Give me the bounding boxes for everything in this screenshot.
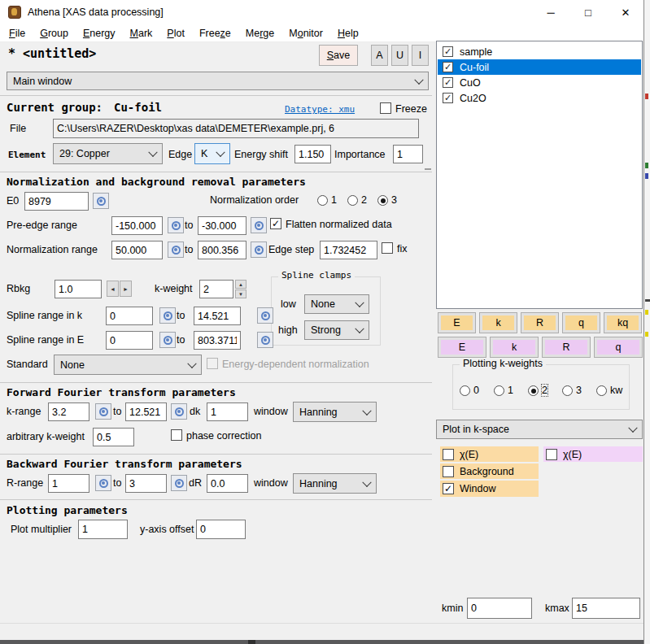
plot-marked-k-button[interactable]: k (490, 337, 539, 358)
plot-option-window[interactable]: Window (440, 481, 539, 497)
edge-step-field[interactable] (320, 241, 377, 259)
main-window-select[interactable]: Main window (7, 72, 429, 90)
preedge-from-field[interactable] (111, 216, 163, 235)
flatten-checkbox[interactable] (270, 218, 281, 229)
kmax-field[interactable] (572, 598, 640, 619)
dk-field[interactable] (207, 402, 248, 421)
kweight-spinner[interactable]: ▲ ▼ (235, 280, 246, 298)
plot-marked-r-button[interactable]: R (542, 337, 591, 358)
norm-order-radio-2[interactable] (347, 195, 358, 206)
norm-order-radio-3[interactable] (377, 195, 388, 206)
spin-left-icon[interactable]: ◄ (107, 281, 119, 297)
rrange-from-pluck-button[interactable] (95, 475, 111, 491)
menu-monitor[interactable]: Monitor (281, 24, 330, 42)
invert-marks-button[interactable]: I (412, 45, 429, 66)
rbkg-field[interactable] (55, 280, 102, 298)
close-button[interactable]: ✕ (607, 0, 644, 24)
arbitrary-kweight-field[interactable] (93, 428, 134, 446)
plot-current-kq-button[interactable]: kq (604, 312, 642, 333)
norm-from-field[interactable] (111, 241, 163, 259)
background-checkbox[interactable] (443, 466, 454, 477)
save-button[interactable]: Save (319, 45, 358, 66)
plot-option-chi-e-marked[interactable]: χ(E) (543, 446, 643, 462)
unmark-all-button[interactable]: U (391, 45, 408, 66)
plot-option-chi-e[interactable]: χ(E) (440, 446, 539, 462)
preedge-to-field[interactable] (198, 216, 246, 235)
rrange-from-field[interactable] (48, 474, 89, 493)
clamp-high-select[interactable]: Strong (304, 320, 369, 340)
krange-to-field[interactable] (125, 402, 167, 421)
group-mark-checkbox[interactable] (443, 93, 453, 103)
rbkg-spinner[interactable]: ◄ ► (107, 281, 132, 297)
fft-window-select[interactable]: Hanning (293, 402, 377, 422)
splitter-handle[interactable] (425, 168, 431, 170)
plot-space-select[interactable]: Plot in k-space (436, 420, 643, 439)
minimize-button[interactable]: ─ (532, 0, 569, 24)
spline-e-from-pluck-button[interactable] (159, 332, 176, 348)
menu-merge[interactable]: Merge (238, 24, 281, 42)
edge-select[interactable]: K (194, 143, 230, 164)
spin-down-icon[interactable]: ▼ (235, 289, 246, 298)
kweight-radio-3[interactable] (562, 385, 573, 396)
plot-marked-e-button[interactable]: E (438, 337, 486, 358)
spin-up-icon[interactable]: ▲ (235, 280, 246, 289)
spline-e-to-field[interactable] (194, 331, 241, 350)
spline-k-to-field[interactable] (194, 307, 241, 325)
maximize-button[interactable]: □ (569, 0, 607, 24)
plot-current-q-button[interactable]: q (562, 312, 600, 333)
menu-freeze[interactable]: Freeze (192, 24, 238, 42)
menu-energy[interactable]: Energy (76, 24, 123, 42)
dr-field[interactable] (207, 474, 248, 493)
krange-to-pluck-button[interactable] (171, 403, 187, 420)
group-mark-checkbox[interactable] (443, 62, 453, 72)
file-path-field[interactable] (53, 119, 419, 138)
element-select[interactable]: 29: Copper (53, 143, 163, 164)
bft-window-select[interactable]: Hanning (293, 473, 377, 494)
importance-field[interactable] (393, 145, 423, 163)
rrange-to-pluck-button[interactable] (171, 475, 187, 491)
yaxis-offset-field[interactable] (196, 520, 246, 539)
menu-group[interactable]: Group (33, 24, 76, 42)
norm-to-pluck-button[interactable] (251, 242, 267, 258)
norm-to-field[interactable] (198, 241, 246, 259)
e0-field[interactable] (24, 192, 89, 211)
menu-mark[interactable]: Mark (123, 24, 160, 42)
plot-marked-q-button[interactable]: q (594, 337, 643, 358)
group-list-item[interactable]: sample (438, 44, 641, 59)
energy-shift-field[interactable] (294, 145, 331, 163)
spline-e-to-pluck-button[interactable] (257, 332, 273, 348)
energy-dep-checkbox[interactable] (207, 358, 218, 369)
group-list-item[interactable]: Cu-foil (438, 59, 641, 75)
chi-e-marked-checkbox[interactable] (546, 449, 557, 460)
plot-current-r-button[interactable]: R (521, 312, 559, 333)
spline-k-from-pluck-button[interactable] (159, 307, 176, 324)
menu-file[interactable]: File (2, 24, 33, 42)
norm-from-pluck-button[interactable] (168, 242, 184, 258)
freeze-checkbox[interactable] (380, 102, 391, 114)
group-list-item[interactable]: CuO (438, 75, 641, 90)
spin-right-icon[interactable]: ► (120, 281, 132, 297)
krange-from-pluck-button[interactable] (95, 403, 111, 420)
plot-option-background[interactable]: Background (440, 463, 539, 479)
fix-checkbox[interactable] (382, 242, 393, 254)
spline-k-from-field[interactable] (106, 307, 153, 325)
group-mark-checkbox[interactable] (443, 77, 453, 88)
preedge-from-pluck-button[interactable] (168, 217, 184, 233)
mark-all-button[interactable]: A (371, 45, 388, 66)
standard-select[interactable]: None (54, 355, 202, 375)
e0-pluck-button[interactable] (93, 193, 109, 209)
kweight-radio-2[interactable] (528, 385, 539, 396)
spline-k-to-pluck-button[interactable] (257, 307, 273, 324)
plot-multiplier-field[interactable] (78, 520, 128, 539)
menu-plot[interactable]: Plot (159, 24, 192, 42)
spline-e-from-field[interactable] (106, 331, 153, 350)
group-list-item[interactable]: Cu2O (438, 90, 641, 106)
krange-from-field[interactable] (48, 402, 89, 421)
group-mark-checkbox[interactable] (443, 46, 453, 57)
rrange-to-field[interactable] (125, 474, 167, 493)
datatype-link[interactable]: Datatype: xmu (285, 104, 355, 115)
norm-order-radio-1[interactable] (317, 195, 328, 206)
chi-e-checkbox[interactable] (443, 449, 454, 460)
plot-current-k-button[interactable]: k (479, 312, 517, 333)
window-checkbox[interactable] (443, 483, 454, 494)
